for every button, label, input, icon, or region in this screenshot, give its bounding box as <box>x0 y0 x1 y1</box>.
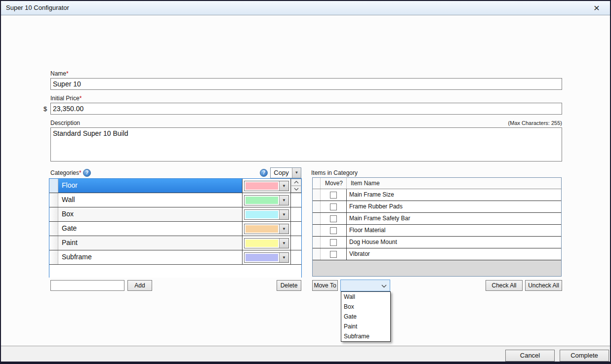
row-header[interactable] <box>49 250 58 264</box>
color-swatch-combobox[interactable]: ▼ <box>243 207 291 221</box>
row-header[interactable] <box>49 193 58 207</box>
dropdown-option[interactable]: Wall <box>341 292 390 302</box>
row-header[interactable] <box>313 213 321 224</box>
complete-button[interactable]: Complete <box>560 350 609 362</box>
copy-button[interactable]: Copy <box>271 168 292 178</box>
dropdown-option[interactable]: Box <box>341 302 390 312</box>
color-swatch-combobox[interactable]: ▼ <box>243 222 291 236</box>
move-checkbox[interactable] <box>330 203 337 210</box>
row-header[interactable] <box>49 207 58 221</box>
dropdown-arrow-icon[interactable]: ▼ <box>279 239 288 248</box>
dropdown-arrow-icon[interactable]: ▼ <box>279 196 288 205</box>
color-swatch-combobox[interactable]: ▼ <box>243 179 291 193</box>
move-checkbox[interactable] <box>330 251 337 258</box>
category-name[interactable]: Box <box>58 207 243 221</box>
items-grid: Move? Item Name Main Frame SizeFrame Rub… <box>312 177 562 277</box>
delete-category-button[interactable]: Delete <box>277 280 301 291</box>
category-row[interactable]: Floor▼ <box>49 179 301 193</box>
description-input[interactable]: Standard Super 10 Build <box>50 127 562 162</box>
move-cell <box>321 213 347 224</box>
copy-help-icon[interactable]: ? <box>260 169 268 177</box>
category-row[interactable]: Subframe▼ <box>49 250 301 265</box>
row-header[interactable] <box>313 225 321 236</box>
new-category-input[interactable] <box>50 280 124 291</box>
row-header[interactable] <box>313 248 321 260</box>
move-to-combobox[interactable] <box>340 280 390 291</box>
item-row[interactable]: Floor Material <box>313 225 561 237</box>
dropdown-option[interactable]: Paint <box>341 322 390 331</box>
scroll-down-icon[interactable] <box>291 186 301 193</box>
grid-scrollbar[interactable] <box>291 250 301 264</box>
item-row[interactable]: Main Frame Safety Bar <box>313 213 561 225</box>
row-header[interactable] <box>49 222 58 236</box>
color-swatch-box[interactable]: ▼ <box>244 252 289 263</box>
color-swatch-box[interactable]: ▼ <box>244 181 289 191</box>
color-swatch-box[interactable]: ▼ <box>244 195 289 205</box>
move-checkbox[interactable] <box>330 227 337 234</box>
dropdown-arrow-icon[interactable]: ▼ <box>279 181 288 191</box>
copy-split-button[interactable]: Copy ▼ <box>270 167 301 178</box>
category-name[interactable]: Subframe <box>58 250 243 264</box>
color-swatch-box[interactable]: ▼ <box>244 224 289 234</box>
category-row[interactable]: Wall▼ <box>49 193 301 207</box>
dropdown-arrow-icon[interactable]: ▼ <box>279 253 288 262</box>
name-input[interactable] <box>50 78 562 90</box>
cancel-button[interactable]: Cancel <box>505 350 555 362</box>
grid-scrollbar[interactable] <box>291 222 301 236</box>
categories-help-icon[interactable]: ? <box>83 169 91 177</box>
move-to-dropdown-list: WallBoxGatePaintSubframe <box>341 291 391 342</box>
dropdown-option[interactable]: Subframe <box>341 331 390 341</box>
item-row[interactable]: Vibrator <box>313 248 561 260</box>
row-header[interactable] <box>49 236 58 250</box>
check-all-button[interactable]: Check All <box>486 280 523 291</box>
dropdown-arrow-icon[interactable]: ▼ <box>279 210 288 219</box>
chevron-down-icon <box>381 284 387 288</box>
price-input[interactable] <box>50 103 562 115</box>
item-name: Vibrator <box>347 248 561 260</box>
category-name[interactable]: Paint <box>58 236 243 250</box>
title-bar: Super 10 Configurator × <box>1 1 610 15</box>
color-swatch-combobox[interactable]: ▼ <box>243 236 291 250</box>
copy-dropdown-arrow-icon[interactable]: ▼ <box>292 168 301 178</box>
category-row[interactable]: Box▼ <box>49 207 301 222</box>
row-header[interactable] <box>313 237 321 248</box>
category-row[interactable]: Gate▼ <box>49 222 301 236</box>
row-header[interactable] <box>313 189 321 201</box>
items-in-category-label: Items in Category <box>311 169 358 176</box>
move-to-button[interactable]: Move To <box>312 280 338 291</box>
color-swatch <box>245 240 278 247</box>
category-name[interactable]: Wall <box>58 193 243 207</box>
grid-scrollbar[interactable] <box>291 179 301 193</box>
row-header[interactable] <box>49 179 58 193</box>
category-row[interactable]: Paint▼ <box>49 236 301 250</box>
grid-scrollbar[interactable] <box>291 193 301 207</box>
move-checkbox[interactable] <box>330 215 337 222</box>
item-row[interactable]: Dog House Mount <box>313 237 561 248</box>
add-category-button[interactable]: Add <box>127 280 152 291</box>
row-header[interactable] <box>313 201 321 212</box>
color-swatch-box[interactable]: ▼ <box>244 209 289 220</box>
category-name[interactable]: Gate <box>58 222 243 236</box>
item-row[interactable]: Frame Rubber Pads <box>313 201 561 213</box>
move-checkbox[interactable] <box>330 192 337 199</box>
color-swatch-combobox[interactable]: ▼ <box>243 193 291 207</box>
grid-scrollbar[interactable] <box>291 207 301 221</box>
grid-empty-area <box>49 265 301 278</box>
move-checkbox[interactable] <box>330 239 337 246</box>
name-label: Name* <box>50 70 69 77</box>
move-cell <box>321 248 347 260</box>
close-icon[interactable]: × <box>590 1 603 14</box>
move-cell <box>321 225 347 236</box>
color-swatch-combobox[interactable]: ▼ <box>243 250 291 264</box>
item-name-column-header: Item Name <box>347 178 561 189</box>
scroll-up-icon[interactable] <box>291 179 301 186</box>
color-swatch <box>245 182 278 190</box>
dropdown-arrow-icon[interactable]: ▼ <box>279 224 288 234</box>
category-name[interactable]: Floor <box>58 179 243 193</box>
uncheck-all-button[interactable]: Uncheck All <box>525 280 562 291</box>
grid-scrollbar[interactable] <box>291 236 301 250</box>
item-row[interactable]: Main Frame Size <box>313 189 561 201</box>
item-name: Floor Material <box>347 225 561 236</box>
dropdown-option[interactable]: Gate <box>341 312 390 322</box>
color-swatch-box[interactable]: ▼ <box>244 238 289 248</box>
